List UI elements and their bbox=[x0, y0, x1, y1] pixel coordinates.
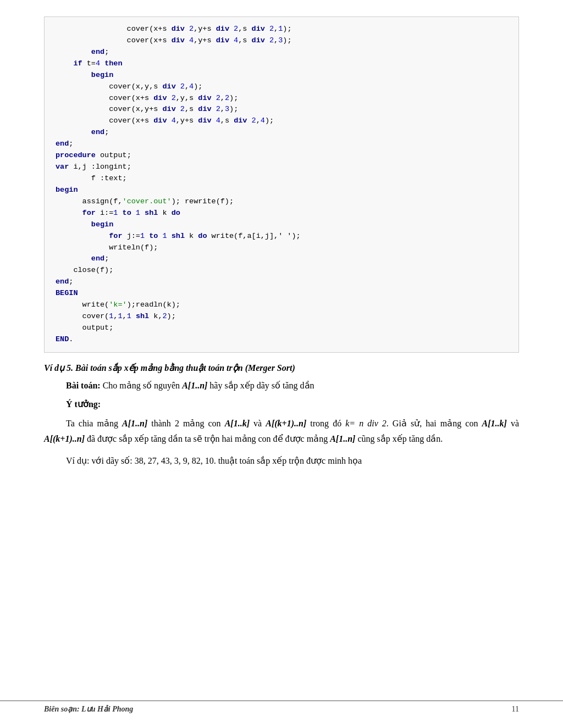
code-line: begin bbox=[56, 185, 507, 196]
bai-toan-text: Cho mảng số nguyên bbox=[101, 381, 182, 390]
code-line: END. bbox=[56, 334, 507, 346]
paragraph-2: Ví dụ: với dãy số: 38, 27, 43, 3, 9, 82,… bbox=[44, 453, 519, 469]
code-line: writeln(f); bbox=[56, 242, 507, 254]
code-line: write('k=');readln(k); bbox=[56, 299, 507, 311]
code-line: for j:=1 to 1 shl k do write(f,a[i,j],' … bbox=[56, 231, 507, 242]
bai-toan-label: Bài toán: bbox=[66, 381, 101, 390]
code-line: cover(x,y+s div 2,s div 2,3); bbox=[56, 104, 507, 115]
code-line: cover(x+s div 4,y+s div 4,s div 2,4); bbox=[56, 115, 507, 127]
code-line: end; bbox=[56, 47, 507, 58]
section-title: Ví dụ 5. Bài toán sắp xếp mảng bằng thuậ… bbox=[44, 363, 519, 373]
code-block: cover(x+s div 2,y+s div 2,s div 2,1); co… bbox=[44, 16, 519, 353]
code-line: cover(x+s div 2,y+s div 2,s div 2,1); bbox=[56, 24, 507, 35]
footer-page-number: 11 bbox=[512, 705, 519, 714]
code-line: for i:=1 to 1 shl k do bbox=[56, 208, 507, 219]
code-line: assign(f,'cover.out'); rewrite(f); bbox=[56, 196, 507, 208]
paragraph-1: Ta chia mảng A[1..n] thành 2 mảng con A[… bbox=[44, 416, 519, 447]
code-line: if t=4 then bbox=[56, 58, 507, 70]
bai-toan-rest: hãy sắp xếp dãy số tăng dần bbox=[207, 381, 314, 390]
bai-toan-array: A[1..n] bbox=[182, 381, 207, 390]
code-line: close(f); bbox=[56, 265, 507, 276]
code-line: procedure output; bbox=[56, 150, 507, 162]
code-line: f :text; bbox=[56, 173, 507, 185]
code-line: end; bbox=[56, 138, 507, 150]
y-tuong-label: Ý tưởng: bbox=[66, 399, 519, 409]
code-line: begin bbox=[56, 219, 507, 231]
code-line: cover(x+s div 2,y,s div 2,2); bbox=[56, 93, 507, 104]
code-line: output; bbox=[56, 323, 507, 334]
code-line: BEGIN bbox=[56, 288, 507, 299]
code-line: begin bbox=[56, 70, 507, 81]
code-line: end; bbox=[56, 276, 507, 288]
footer: Biên soạn: Lưu Hải Phong 11 bbox=[0, 701, 563, 717]
code-line: var i,j :longint; bbox=[56, 162, 507, 173]
footer-author: Biên soạn: Lưu Hải Phong bbox=[44, 704, 133, 714]
code-line: end; bbox=[56, 253, 507, 265]
code-line: cover(x+s div 4,y+s div 4,s div 2,3); bbox=[56, 35, 507, 47]
code-line: cover(1,1,1 shl k,2); bbox=[56, 311, 507, 323]
bai-toan: Bài toán: Cho mảng số nguyên A[1..n] hãy… bbox=[66, 379, 519, 393]
code-line: cover(x,y,s div 2,4); bbox=[56, 81, 507, 93]
page: cover(x+s div 2,y+s div 2,s div 2,1); co… bbox=[0, 0, 563, 728]
code-line: end; bbox=[56, 127, 507, 138]
